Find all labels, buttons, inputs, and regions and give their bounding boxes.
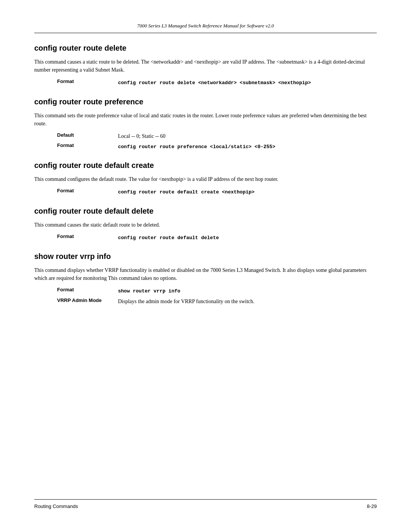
- field-value-2-0: config router route default create <next…: [118, 188, 377, 196]
- section-config-router-route-default-create: config router route default createThis c…: [34, 161, 377, 196]
- field-value-1-0: Local -- 0; Static -- 60: [118, 132, 377, 140]
- header-title: 7000 Series L3 Managed Switch Reference …: [137, 23, 274, 29]
- field-value-mono: config router route delete <networkaddr>…: [118, 80, 311, 86]
- field-table-4: Formatshow router vrrp infoVRRP Admin Mo…: [57, 287, 377, 305]
- field-label-1-0: Default: [57, 132, 118, 138]
- section-title-3: config router route default delete: [34, 207, 377, 216]
- field-table-1: DefaultLocal -- 0; Static -- 60Formatcon…: [57, 132, 377, 151]
- page-footer: Routing Commands 8-29: [34, 499, 377, 509]
- section-desc-0: This command causes a static route to be…: [34, 58, 377, 74]
- footer-right: 8-29: [367, 503, 377, 509]
- field-value-mono: config router route preference <local/st…: [118, 144, 275, 150]
- field-row-4-1: VRRP Admin ModeDisplays the admin mode f…: [57, 297, 377, 305]
- section-desc-2: This command configures the default rout…: [34, 175, 377, 183]
- field-label-3-0: Format: [57, 233, 118, 239]
- field-value-mono: config router route default create <next…: [118, 189, 255, 195]
- section-show-router-vrrp-info: show router vrrp infoThis command displa…: [34, 252, 377, 305]
- section-title-2: config router route default create: [34, 161, 377, 170]
- section-title-1: config router route preference: [34, 97, 377, 106]
- section-title-0: config router route delete: [34, 44, 377, 53]
- field-row-4-0: Formatshow router vrrp info: [57, 287, 377, 295]
- section-config-router-route-delete: config router route deleteThis command c…: [34, 44, 377, 87]
- field-row-2-0: Formatconfig router route default create…: [57, 188, 377, 196]
- field-value-3-0: config router route default delete: [118, 233, 377, 242]
- field-label-4-0: Format: [57, 287, 118, 292]
- field-value-4-1: Displays the admin mode for VRRP functio…: [118, 297, 377, 305]
- footer-left: Routing Commands: [34, 503, 78, 509]
- field-row-3-0: Formatconfig router route default delete: [57, 233, 377, 242]
- field-value-4-0: show router vrrp info: [118, 287, 377, 295]
- field-label-1-1: Format: [57, 142, 118, 148]
- field-value-mono: show router vrrp info: [118, 288, 180, 294]
- field-value-0-0: config router route delete <networkaddr>…: [118, 78, 377, 87]
- section-desc-1: This command sets the route preference v…: [34, 112, 377, 128]
- field-value-text: Local -- 0; Static -- 60: [118, 133, 166, 139]
- field-label-0-0: Format: [57, 78, 118, 84]
- field-value-mono: config router route default delete: [118, 235, 219, 241]
- section-config-router-route-default-delete: config router route default deleteThis c…: [34, 207, 377, 242]
- field-table-0: Formatconfig router route delete <networ…: [57, 78, 377, 87]
- field-value-1-1: config router route preference <local/st…: [118, 142, 377, 151]
- section-config-router-route-preference: config router route preferenceThis comma…: [34, 97, 377, 151]
- section-title-4: show router vrrp info: [34, 252, 377, 261]
- field-label-4-1: VRRP Admin Mode: [57, 297, 118, 303]
- field-row-0-0: Formatconfig router route delete <networ…: [57, 78, 377, 87]
- field-row-1-1: Formatconfig router route preference <lo…: [57, 142, 377, 151]
- field-table-2: Formatconfig router route default create…: [57, 188, 377, 196]
- field-row-1-0: DefaultLocal -- 0; Static -- 60: [57, 132, 377, 140]
- section-desc-4: This command displays whether VRRP funct…: [34, 266, 377, 282]
- section-desc-3: This command causes the static default r…: [34, 221, 377, 229]
- page: 7000 Series L3 Managed Switch Reference …: [0, 0, 411, 532]
- field-table-3: Formatconfig router route default delete: [57, 233, 377, 242]
- field-label-2-0: Format: [57, 188, 118, 193]
- field-value-text: Displays the admin mode for VRRP functio…: [118, 299, 255, 304]
- page-header: 7000 Series L3 Managed Switch Reference …: [34, 23, 377, 33]
